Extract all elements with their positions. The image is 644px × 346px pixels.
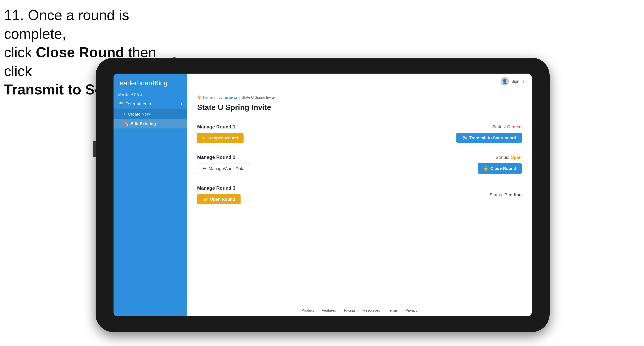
edit-existing-label: Edit Existing (131, 121, 156, 126)
audit-icon: ☰ (203, 166, 207, 171)
top-bar: 👤 Sign In (187, 74, 532, 89)
trophy-icon: 🏆 (118, 101, 124, 107)
sidebar: l eaderboard King MAIN MENU 🏆 Tournament… (114, 74, 187, 316)
close-round-button[interactable]: 🔒 Close Round (478, 163, 522, 173)
round-2-status-label: Status: (496, 155, 509, 160)
round-2-status-area: Status: Open 🔒 Close Round (458, 155, 522, 173)
breadcrumb-home[interactable]: Home (203, 95, 213, 100)
main-content: 👤 Sign In 🏠 Home / Tournaments / State (187, 74, 532, 316)
logo-area: l eaderboard King (114, 74, 187, 91)
user-icon: 👤 (502, 79, 508, 84)
round-2-status-value: Open (510, 155, 522, 160)
transmit-scoreboard-label: Transmit to Scoreboard (469, 135, 516, 140)
open-round-button[interactable]: 📂 Open Round (197, 194, 240, 204)
round-1-status-area: Status: Closed 📡 Transmit to Scoreboard (456, 124, 522, 143)
footer-privacy[interactable]: Privacy (406, 308, 418, 313)
instruction-line1: 11. Once a round is complete, (4, 7, 129, 42)
round-1-status: Status: Closed (492, 124, 522, 130)
main-menu-label: MAIN MENU (114, 91, 187, 99)
edit-icon: ✏️ (124, 121, 129, 126)
round-3-info: Manage Round 3 📂 Open Round (197, 185, 240, 204)
content-area: 🏠 Home / Tournaments / State U Spring In… (187, 89, 532, 305)
reopen-round-label: Reopen Round (208, 136, 238, 140)
manage-audit-label: Manage/Audit Data (209, 166, 244, 171)
round-1-status-value: Closed (507, 124, 522, 129)
footer-product[interactable]: Product (302, 308, 314, 313)
breadcrumb-current: State U Spring Invite (242, 95, 274, 100)
round-1-title: Manage Round 1 (197, 124, 244, 130)
round-3-actions: 📂 Open Round (197, 194, 240, 204)
plus-icon: + (124, 112, 126, 117)
round-1-status-label: Status: (492, 124, 506, 129)
round-2-actions: ☰ Manage/Audit Data (197, 163, 250, 174)
round-3-title: Manage Round 3 (197, 185, 240, 191)
round-3-status: Status: Pending (490, 192, 522, 197)
app-layout: l eaderboard King MAIN MENU 🏆 Tournament… (114, 74, 532, 316)
breadcrumb-tournaments[interactable]: Tournaments (217, 95, 238, 100)
sidebar-item-tournaments[interactable]: 🏆 Tournaments ▾ (114, 99, 187, 109)
footer-features[interactable]: Features (322, 308, 336, 313)
round-2-title: Manage Round 2 (197, 155, 250, 160)
footer: Product Features Pricing Resources Terms… (187, 305, 532, 316)
round-2-card: Manage Round 2 ☰ Manage/Audit Data Statu… (197, 149, 522, 180)
logo: l eaderboard King (118, 79, 182, 87)
tablet-frame: l eaderboard King MAIN MENU 🏆 Tournament… (96, 58, 550, 332)
footer-resources[interactable]: Resources (363, 308, 380, 313)
transmit-to-scoreboard-button[interactable]: 📡 Transmit to Scoreboard (456, 133, 522, 143)
logo-bracket: l (118, 79, 120, 87)
tablet-screen: l eaderboard King MAIN MENU 🏆 Tournament… (114, 74, 532, 316)
breadcrumb-sep2: / (239, 95, 240, 100)
instruction-line2-prefix: click (4, 44, 36, 60)
logo-king: King (154, 79, 167, 87)
breadcrumb-sep1: / (214, 95, 215, 100)
manage-audit-data-button[interactable]: ☰ Manage/Audit Data (197, 163, 250, 174)
page-title: State U Spring Invite (197, 103, 522, 112)
sidebar-item-create-new[interactable]: + Create New (114, 109, 187, 119)
round-1-info: Manage Round 1 ↩ Reopen Round (197, 124, 244, 143)
round-3-status-area: Status: Pending (458, 192, 522, 197)
footer-pricing[interactable]: Pricing (344, 308, 355, 313)
sidebar-tournaments-label: Tournaments (126, 101, 178, 107)
open-icon: 📂 (203, 197, 208, 202)
sign-in-label: Sign In (512, 79, 524, 84)
round-3-card: Manage Round 3 📂 Open Round Status: (197, 180, 522, 210)
close-round-label: Close Round (490, 166, 516, 171)
round-3-status-value: Pending (504, 192, 522, 197)
open-round-label: Open Round (210, 197, 235, 202)
logo-text-leaderboard: eaderboard (120, 79, 154, 87)
reopen-round-button[interactable]: ↩ Reopen Round (197, 133, 244, 143)
sidebar-item-edit-existing[interactable]: ✏️ Edit Existing (114, 119, 187, 129)
create-new-label: Create New (128, 112, 150, 117)
chevron-down-icon: ▾ (180, 102, 182, 106)
round-1-card: Manage Round 1 ↩ Reopen Round Status: (197, 119, 522, 149)
sidebar-submenu-tournaments: + Create New ✏️ Edit Existing (114, 109, 187, 129)
round-3-status-label: Status: (490, 192, 503, 197)
transmit-icon: 📡 (462, 135, 467, 140)
round-2-info: Manage Round 2 ☰ Manage/Audit Data (197, 155, 250, 174)
sign-in-area[interactable]: 👤 Sign In (500, 77, 524, 86)
tablet-side-button (93, 141, 96, 157)
reopen-icon: ↩ (203, 136, 206, 140)
round-2-status: Status: Open (496, 155, 522, 160)
user-avatar: 👤 (500, 77, 509, 86)
home-icon: 🏠 (197, 95, 202, 100)
footer-terms[interactable]: Terms (388, 308, 398, 313)
round-1-actions: ↩ Reopen Round (197, 133, 244, 143)
lock-icon: 🔒 (483, 166, 488, 171)
breadcrumb: 🏠 Home / Tournaments / State U Spring In… (197, 95, 522, 100)
